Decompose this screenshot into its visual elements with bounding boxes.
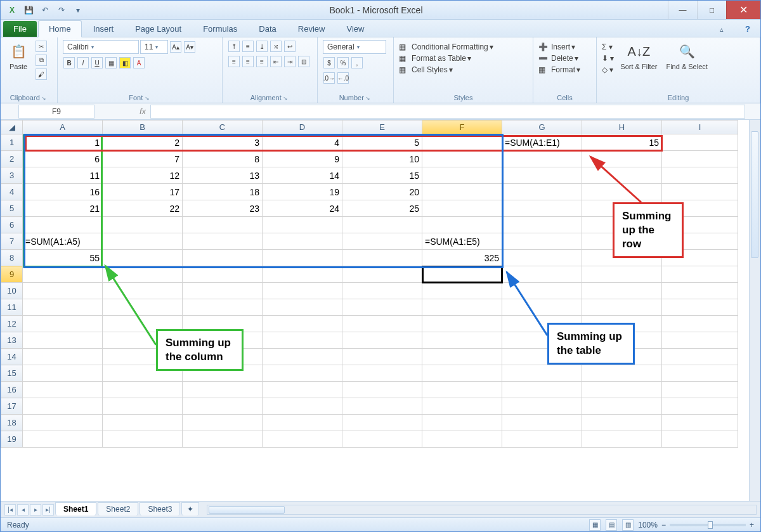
paste-button[interactable]: 📋 Paste <box>6 40 31 72</box>
undo-button[interactable]: ↶ <box>39 4 51 16</box>
cell-E19[interactable] <box>342 431 422 448</box>
cell-H6[interactable] <box>582 217 662 233</box>
cell-B16[interactable] <box>103 382 183 398</box>
underline-button[interactable]: U <box>91 57 103 68</box>
row-header-15[interactable]: 15 <box>1 365 23 382</box>
cell-G15[interactable] <box>502 365 582 382</box>
cell-C10[interactable] <box>183 283 263 299</box>
align-bottom-button[interactable]: ⤓ <box>256 41 268 52</box>
view-layout-button[interactable]: ▤ <box>606 519 617 531</box>
cell-F16[interactable] <box>422 382 502 398</box>
cell-D13[interactable] <box>263 332 342 349</box>
row-header-16[interactable]: 16 <box>1 382 23 398</box>
cell-A11[interactable] <box>23 299 103 316</box>
cell-E13[interactable] <box>342 332 422 349</box>
fx-icon[interactable]: fx <box>135 107 150 116</box>
decrease-font-button[interactable]: A▾ <box>184 41 195 53</box>
cell-G16[interactable] <box>502 382 582 398</box>
cell-I12[interactable] <box>662 316 738 332</box>
tab-view[interactable]: View <box>336 21 374 37</box>
cell-I19[interactable] <box>662 431 738 448</box>
decrease-indent-button[interactable]: ⇤ <box>270 56 282 67</box>
cell-B13[interactable] <box>103 332 183 349</box>
row-header-17[interactable]: 17 <box>1 398 23 415</box>
cell-H16[interactable] <box>582 382 662 398</box>
cell-H10[interactable] <box>582 283 662 299</box>
col-header-D[interactable]: D <box>263 120 342 134</box>
align-middle-button[interactable]: ≡ <box>242 41 254 52</box>
cell-F11[interactable] <box>422 299 502 316</box>
find-select-button[interactable]: 🔍 Find & Select <box>663 40 710 72</box>
redo-button[interactable]: ↷ <box>55 4 68 16</box>
cell-E11[interactable] <box>342 299 422 316</box>
cell-I3[interactable] <box>662 167 738 184</box>
cell-A16[interactable] <box>23 382 103 398</box>
cell-G2[interactable] <box>502 151 582 167</box>
save-button[interactable]: 💾 <box>22 4 35 16</box>
close-button[interactable]: ✕ <box>726 1 760 19</box>
currency-button[interactable]: $ <box>323 57 335 68</box>
cell-F9[interactable] <box>422 266 502 283</box>
view-pagebreak-button[interactable]: ▥ <box>622 519 634 531</box>
cell-I6[interactable] <box>662 217 738 233</box>
cell-H2[interactable] <box>582 151 662 167</box>
cell-F15[interactable] <box>422 365 502 382</box>
cell-D10[interactable] <box>263 283 342 299</box>
cell-B14[interactable] <box>103 349 183 365</box>
vertical-scrollbar[interactable] <box>749 120 760 501</box>
cell-D15[interactable] <box>263 365 342 382</box>
minimize-button[interactable]: — <box>668 1 697 19</box>
cell-I7[interactable] <box>662 233 738 250</box>
cell-B10[interactable] <box>103 283 183 299</box>
cell-F12[interactable] <box>422 316 502 332</box>
cell-F14[interactable] <box>422 349 502 365</box>
cell-D11[interactable] <box>263 299 342 316</box>
cell-C14[interactable] <box>183 349 263 365</box>
row-header-13[interactable]: 13 <box>1 332 23 349</box>
cell-B9[interactable] <box>103 266 183 283</box>
cell-E12[interactable] <box>342 316 422 332</box>
row-header-6[interactable]: 6 <box>1 217 23 233</box>
qat-customize-icon[interactable]: ▾ <box>72 4 84 16</box>
zoom-slider[interactable] <box>670 524 746 526</box>
sheet-nav-next[interactable]: ▸ <box>30 504 41 516</box>
cell-C11[interactable] <box>183 299 263 316</box>
align-right-button[interactable]: ≡ <box>256 56 268 67</box>
cell-E17[interactable] <box>342 398 422 415</box>
cell-styles-button[interactable]: ▦Cell Styles ▾ <box>399 65 453 74</box>
cell-E15[interactable] <box>342 365 422 382</box>
delete-cells-button[interactable]: ➖Delete ▾ <box>538 54 578 63</box>
autosum-button[interactable]: Σ ▾ <box>602 42 614 51</box>
copy-button[interactable]: ⧉ <box>36 55 47 66</box>
clear-button[interactable]: ◇ ▾ <box>602 65 614 74</box>
number-format-select[interactable]: General▾ <box>323 40 386 54</box>
bold-button[interactable]: B <box>63 57 75 68</box>
cell-I4[interactable] <box>662 184 738 200</box>
name-box[interactable]: F9 <box>18 105 94 119</box>
cell-I14[interactable] <box>662 349 738 365</box>
format-cells-button[interactable]: ▦Format ▾ <box>538 65 580 74</box>
row-header-12[interactable]: 12 <box>1 316 23 332</box>
cell-E14[interactable] <box>342 349 422 365</box>
align-center-button[interactable]: ≡ <box>242 56 254 67</box>
tab-home[interactable]: Home <box>38 20 82 37</box>
cell-D17[interactable] <box>263 398 342 415</box>
cell-G18[interactable] <box>502 415 582 431</box>
row-header-9[interactable]: 9 <box>1 266 23 283</box>
cell-H15[interactable] <box>582 365 662 382</box>
row-header-4[interactable]: 4 <box>1 184 23 200</box>
cell-H14[interactable] <box>582 349 662 365</box>
row-header-11[interactable]: 11 <box>1 299 23 316</box>
cell-C15[interactable] <box>183 365 263 382</box>
col-header-F[interactable]: F <box>422 120 502 134</box>
col-header-C[interactable]: C <box>183 120 263 134</box>
col-header-G[interactable]: G <box>502 120 582 134</box>
cell-H17[interactable] <box>582 398 662 415</box>
fill-color-button[interactable]: ◧ <box>119 57 131 68</box>
new-sheet-button[interactable]: ✦ <box>181 502 199 516</box>
cell-G12[interactable] <box>502 316 582 332</box>
zoom-in-button[interactable]: + <box>750 521 754 529</box>
insert-cells-button[interactable]: ➕Insert ▾ <box>538 42 575 51</box>
worksheet-grid[interactable]: ◢ABCDEFGHI112345=SUM(A1:E1)1526789103111… <box>1 120 760 501</box>
cell-G14[interactable] <box>502 349 582 365</box>
